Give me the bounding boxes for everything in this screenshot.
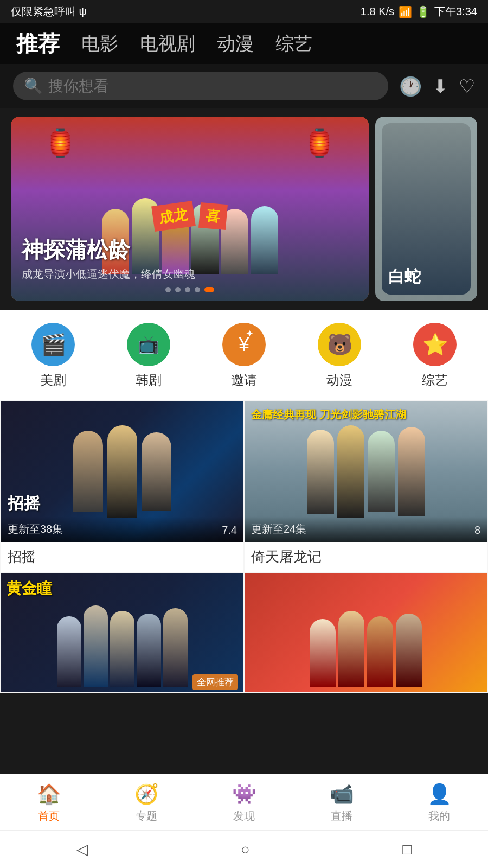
dot-1 [165, 287, 171, 292]
hero-title: 神探蒲松龄 [22, 235, 358, 265]
nav-topic[interactable]: 🧭 专题 [134, 783, 159, 824]
home-nav-icon: 🏠 [37, 783, 61, 806]
hero-section: 🏮 🏮 成龙 喜 神探蒲松龄 成龙导演小低逼逃伏魔，绛倩女幽魂 [0, 108, 488, 310]
sys-recent-button[interactable]: □ [402, 841, 412, 858]
history-icon[interactable]: 🕐 [399, 75, 422, 97]
network-speed: 1.8 K/s [361, 5, 394, 18]
system-nav-bar: ◁ ○ □ [0, 830, 488, 868]
discover-nav-icon: 👾 [232, 783, 256, 806]
zhaoyao-score: 7.4 [222, 524, 237, 537]
tab-anime[interactable]: 动漫 [217, 31, 254, 56]
zhaoyao-card-title-overlay: 招摇 [8, 493, 40, 515]
tab-movie[interactable]: 电影 [81, 31, 118, 56]
dot-4 [195, 287, 200, 292]
category-row: 🎬 美剧 📺 韩剧 ✦ ¥ 邀请 🐻 动漫 ⭐ 综艺 [0, 310, 488, 400]
tab-recommend[interactable]: 推荐 [16, 29, 60, 59]
nav-discover[interactable]: 👾 发现 [232, 783, 256, 824]
content-grid: 招摇 更新至38集 7.4 招摇 金庸经典再现 刀光剑影驰骋 [0, 400, 488, 573]
dot-5 [204, 287, 214, 292]
status-right: 1.8 K/s 📶 🔋 下午3:34 [361, 4, 477, 19]
nav-home[interactable]: 🏠 首页 [37, 783, 61, 824]
bottom-nav: 🏠 首页 🧭 专题 👾 发现 📹 直播 👤 我的 [0, 774, 488, 830]
tab-tv[interactable]: 电视剧 [140, 31, 195, 56]
card-overlay-yitian: 更新至24集 8 [245, 516, 487, 542]
status-bar: 仅限紧急呼叫 ψ 1.8 K/s 📶 🔋 下午3:34 [0, 0, 488, 23]
nav-mine[interactable]: 👤 我的 [427, 783, 452, 824]
card-huangjin[interactable]: 黄金瞳 全网推荐 [1, 573, 243, 692]
wifi-icon: 📶 [399, 5, 412, 18]
search-row: 🔍 🕐 ⬇ ♡ [0, 64, 488, 108]
search-input-wrap[interactable]: 🔍 [13, 72, 388, 100]
hero-secondary-title: 白蛇 [388, 266, 421, 288]
hero-main-card[interactable]: 🏮 🏮 成龙 喜 神探蒲松龄 成龙导演小低逼逃伏魔，绛倩女幽魂 [11, 117, 369, 301]
search-icon: 🔍 [24, 77, 43, 95]
card-yitian[interactable]: 金庸经典再现 刀光剑影驰骋江湖 更新至24集 8 倚天屠龙记 [245, 401, 487, 572]
time: 下午3:34 [434, 4, 477, 19]
zhaoyao-update: 更新至38集 [8, 522, 63, 537]
invite-label: 邀请 [231, 372, 257, 389]
nav-tabs: 推荐 电影 电视剧 动漫 综艺 [0, 23, 488, 64]
us-drama-label: 美剧 [40, 372, 66, 389]
dot-2 [175, 287, 181, 292]
sys-back-button[interactable]: ◁ [76, 840, 88, 858]
favorite-icon[interactable]: ♡ [459, 75, 475, 97]
card-4[interactable] [245, 573, 487, 692]
content-grid-2: 黄金瞳 全网推荐 [0, 573, 488, 693]
yitian-badge: 金庸经典再现 刀光剑影驰骋江湖 [251, 407, 406, 422]
invite-icon: ✦ ¥ [222, 323, 266, 366]
card-zhaoyao[interactable]: 招摇 更新至38集 7.4 招摇 [1, 401, 243, 572]
tab-variety[interactable]: 综艺 [275, 31, 312, 56]
hero-dots [22, 287, 358, 292]
hero-secondary-card[interactable]: 白蛇 [375, 117, 477, 301]
home-nav-label: 首页 [38, 809, 60, 824]
anime-label: 动漫 [326, 372, 352, 389]
discover-nav-label: 发现 [233, 809, 255, 824]
yitian-score: 8 [474, 524, 480, 537]
hero-subtitle: 成龙导演小低逼逃伏魔，绛倩女幽魂 [22, 267, 358, 282]
variety-label: 综艺 [422, 372, 448, 389]
search-input[interactable] [48, 78, 377, 95]
category-us-drama[interactable]: 🎬 美剧 [31, 323, 75, 389]
huangjin-badge: 全网推荐 [192, 674, 238, 690]
category-anime[interactable]: 🐻 动漫 [318, 323, 361, 389]
nav-live[interactable]: 📹 直播 [330, 783, 354, 824]
kr-drama-label: 韩剧 [136, 372, 162, 389]
category-variety[interactable]: ⭐ 综艺 [413, 323, 457, 389]
anime-icon: 🐻 [318, 323, 361, 366]
dot-3 [185, 287, 190, 292]
kr-drama-icon: 📺 [127, 323, 170, 366]
battery-icon: 🔋 [416, 5, 430, 18]
topic-nav-label: 专题 [136, 809, 157, 824]
mine-nav-icon: 👤 [427, 783, 452, 806]
yitian-update: 更新至24集 [251, 522, 306, 537]
sys-home-button[interactable]: ○ [241, 841, 250, 858]
topic-nav-icon: 🧭 [134, 783, 159, 806]
status-left: 仅限紧急呼叫 ψ [11, 4, 87, 19]
category-invite[interactable]: ✦ ¥ 邀请 [222, 323, 266, 389]
variety-icon: ⭐ [413, 323, 457, 366]
card-overlay-zhaoyao: 更新至38集 7.4 [1, 516, 243, 542]
mine-nav-label: 我的 [428, 809, 450, 824]
live-nav-icon: 📹 [330, 783, 354, 806]
zhaoyao-title: 招摇 [1, 542, 243, 572]
category-kr-drama[interactable]: 📺 韩剧 [127, 323, 170, 389]
download-icon[interactable]: ⬇ [433, 75, 448, 97]
yitian-title: 倚天屠龙记 [245, 542, 487, 572]
us-drama-icon: 🎬 [31, 323, 75, 366]
live-nav-label: 直播 [331, 809, 352, 824]
